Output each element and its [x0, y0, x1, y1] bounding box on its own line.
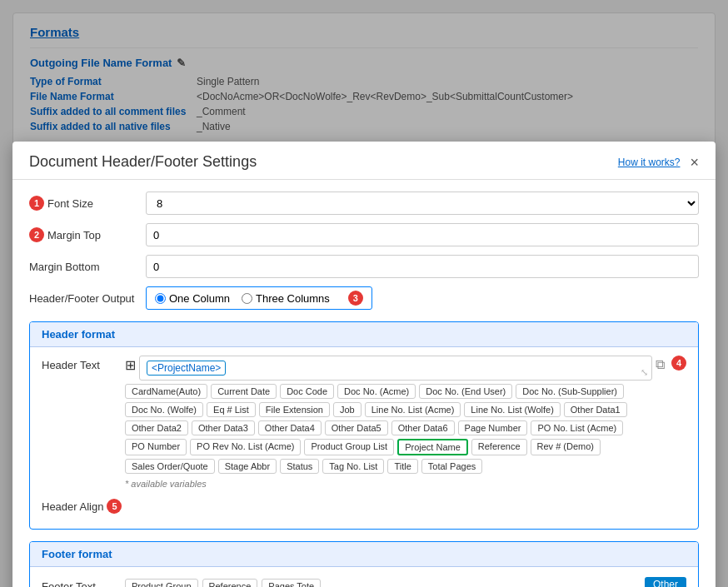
- variable-tag[interactable]: CardName(Auto): [125, 384, 207, 399]
- variable-tag[interactable]: Stage Abbr: [218, 459, 277, 474]
- variable-tag[interactable]: Job: [333, 402, 362, 417]
- available-vars-note: * available variables: [125, 479, 686, 489]
- header-text-label: Header Text: [42, 356, 125, 371]
- header-format-section: Header format Header Text ⊞ <ProjectName…: [29, 321, 699, 530]
- how-it-works-link[interactable]: How it works?: [618, 157, 681, 168]
- variable-tag[interactable]: Other Data5: [325, 420, 388, 435]
- variable-tag[interactable]: Doc Code: [280, 384, 334, 399]
- one-column-radio[interactable]: [155, 293, 166, 304]
- header-align-row: Header Align 5: [42, 495, 686, 514]
- font-size-select[interactable]: 8 9 10 11 12: [146, 192, 699, 215]
- margin-top-row: 2 Margin Top: [29, 223, 699, 246]
- header-align-label: Header Align 5: [42, 495, 125, 514]
- header-footer-output-row: Header/Footer Output One Column Three Co…: [29, 286, 699, 310]
- variable-tag[interactable]: Page Number: [458, 420, 528, 435]
- copy-icon[interactable]: ⧉: [656, 356, 665, 372]
- variables-grid: CardName(Auto)Current DateDoc CodeDoc No…: [125, 384, 686, 474]
- variable-tag[interactable]: Current Date: [211, 384, 277, 399]
- three-columns-option[interactable]: Three Columns: [242, 292, 330, 305]
- header-text-row: Header Text ⊞ <ProjectName> ⤡ ⧉ 4: [42, 356, 686, 489]
- pages-tote-tag[interactable]: Pages Tote: [262, 579, 321, 587]
- variable-tag[interactable]: Eq # List: [207, 402, 256, 417]
- variable-tag[interactable]: Line No. List (Wolfe): [464, 402, 560, 417]
- hf-output-label: Header/Footer Output: [29, 292, 146, 305]
- variable-tag[interactable]: Line No. List (Acme): [365, 402, 461, 417]
- step-2-num: 2: [29, 227, 44, 242]
- footer-text-label: Footer Text: [42, 577, 125, 588]
- footer-format-title: Footer format: [30, 542, 698, 567]
- footer-text-value: Product Group Reference Pages Tote: [125, 575, 638, 587]
- product-group-tag[interactable]: Product Group: [125, 579, 198, 587]
- three-columns-radio[interactable]: [242, 293, 252, 304]
- margin-top-label-wrap: 2 Margin Top: [29, 227, 146, 242]
- header-format-body: Header Text ⊞ <ProjectName> ⤡ ⧉ 4: [30, 347, 698, 529]
- step-3-num: 3: [348, 291, 363, 306]
- modal-body: 1 Font Size 8 9 10 11 12 2 Margin Top Ma…: [12, 180, 716, 587]
- header-text-input-row: ⊞ <ProjectName> ⤡ ⧉ 4: [125, 356, 686, 381]
- step-1-num: 1: [29, 196, 44, 211]
- header-format-title: Header format: [30, 322, 698, 347]
- variable-tag[interactable]: Doc No. (Sub-Supplier): [516, 384, 624, 399]
- variable-tag[interactable]: Other Data2: [125, 420, 188, 435]
- modal: Document Header/Footer Settings How it w…: [12, 142, 716, 587]
- variable-tag[interactable]: Other Data6: [391, 420, 455, 435]
- font-size-row: 1 Font Size 8 9 10 11 12: [29, 192, 699, 215]
- modal-header: Document Header/Footer Settings How it w…: [12, 142, 716, 180]
- radio-group: One Column Three Columns 3: [146, 286, 372, 310]
- expand-icon: ⤡: [641, 367, 648, 378]
- footer-format-body: Footer Text Product Group Reference Page…: [30, 567, 698, 587]
- font-size-label: 1 Font Size: [29, 196, 146, 211]
- variable-tag[interactable]: Reference: [471, 439, 527, 455]
- footer-format-section: Footer format Footer Text Product Group …: [29, 541, 699, 587]
- variable-tag[interactable]: Other Data3: [192, 420, 255, 435]
- modal-header-right: How it works? ×: [618, 155, 699, 170]
- variable-tag[interactable]: PO Rev No. List (Acme): [190, 439, 301, 455]
- variable-tag[interactable]: Total Pages: [421, 459, 482, 474]
- close-button[interactable]: ×: [690, 155, 699, 170]
- variable-tag[interactable]: Sales Order/Quote: [125, 459, 215, 474]
- variable-tag[interactable]: Title: [387, 459, 417, 474]
- footer-text-input-row: Product Group Reference Pages Tote: [125, 575, 638, 587]
- grid-icon[interactable]: ⊞: [125, 356, 136, 373]
- margin-top-input[interactable]: [146, 223, 699, 246]
- variable-tag[interactable]: Product Group List: [304, 439, 394, 455]
- footer-text-row: Footer Text Product Group Reference Page…: [42, 575, 686, 587]
- variable-tag[interactable]: Status: [280, 459, 319, 474]
- variable-tag[interactable]: Project Name: [397, 439, 468, 455]
- step-5-num: 5: [107, 499, 122, 514]
- margin-bottom-input[interactable]: [146, 255, 699, 278]
- reference-tag[interactable]: Reference: [202, 579, 258, 587]
- other-badge[interactable]: Other: [645, 577, 686, 587]
- variable-tag[interactable]: PO No. List (Acme): [531, 420, 623, 435]
- variable-tag[interactable]: Other Data4: [258, 420, 322, 435]
- variable-tag[interactable]: PO Number: [125, 439, 187, 455]
- header-text-value: ⊞ <ProjectName> ⤡ ⧉ 4 CardName(Auto)Curr…: [125, 356, 686, 489]
- one-column-label: One Column: [169, 292, 230, 305]
- variable-tag[interactable]: File Extension: [259, 402, 330, 417]
- margin-bottom-row: Margin Bottom: [29, 255, 699, 278]
- project-name-tag: <ProjectName>: [147, 361, 226, 376]
- variable-tag[interactable]: Tag No. List: [322, 459, 384, 474]
- one-column-option[interactable]: One Column: [155, 292, 230, 305]
- variable-tag[interactable]: Other Data1: [564, 402, 627, 417]
- variable-tag[interactable]: Doc No. (Acme): [337, 384, 416, 399]
- margin-bottom-label: Margin Bottom: [29, 261, 146, 273]
- modal-title: Document Header/Footer Settings: [29, 153, 257, 171]
- header-text-input[interactable]: <ProjectName> ⤡: [139, 356, 652, 381]
- variable-tag[interactable]: Doc No. (End User): [419, 384, 512, 399]
- variable-tag[interactable]: Doc No. (Wolfe): [125, 402, 203, 417]
- variable-tag[interactable]: Rev # (Demo): [531, 439, 601, 455]
- step-4-num: 4: [671, 356, 686, 371]
- three-columns-label: Three Columns: [256, 292, 330, 305]
